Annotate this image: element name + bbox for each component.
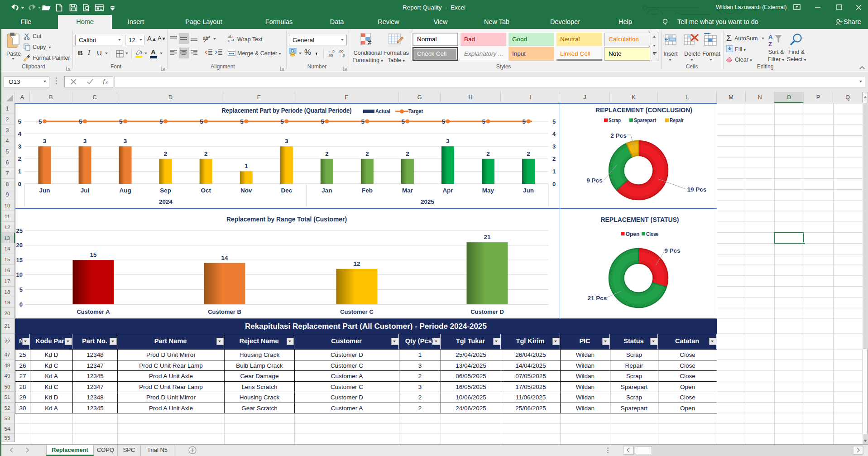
- svg-text:Z: Z: [768, 41, 772, 48]
- svg-text:1: 1: [552, 168, 556, 175]
- svg-text:5: 5: [240, 118, 244, 125]
- svg-text:5: 5: [200, 118, 203, 125]
- svg-text:Customer A: Customer A: [77, 308, 110, 315]
- svg-text:Jun: Jun: [523, 187, 534, 194]
- svg-text:5: 5: [401, 118, 405, 125]
- svg-text:5: 5: [119, 118, 123, 125]
- svg-text:15: 15: [16, 257, 23, 264]
- svg-text:c: c: [228, 38, 230, 43]
- svg-text:Oct: Oct: [201, 187, 211, 194]
- svg-text:1: 1: [245, 163, 248, 169]
- svg-text:A: A: [768, 34, 773, 40]
- svg-text:2024: 2024: [159, 198, 173, 205]
- svg-text:3: 3: [83, 138, 87, 144]
- svg-text:Target: Target: [408, 108, 423, 115]
- svg-text:Close: Close: [646, 231, 658, 237]
- svg-text:REPLACEMENT (CONCLUSION): REPLACEMENT (CONCLUSION): [595, 106, 692, 114]
- svg-text:2: 2: [18, 155, 21, 162]
- svg-text:Replacement Part by Periode (Q: Replacement Part by Periode (Quartal Per…: [222, 106, 352, 114]
- svg-text:5: 5: [38, 118, 42, 125]
- svg-text:4: 4: [552, 130, 556, 137]
- svg-text:9 Pcs: 9 Pcs: [586, 177, 602, 184]
- svg-text:14: 14: [221, 254, 228, 261]
- svg-text:2: 2: [552, 155, 556, 162]
- svg-text:5: 5: [280, 118, 284, 125]
- svg-text:Dec: Dec: [281, 187, 292, 194]
- svg-text:x: x: [105, 80, 108, 85]
- svg-text:21: 21: [484, 234, 491, 240]
- svg-text:4: 4: [18, 130, 22, 137]
- svg-text:5: 5: [552, 118, 556, 125]
- svg-text:May: May: [482, 187, 494, 194]
- svg-text:Repair: Repair: [670, 117, 684, 124]
- svg-text:Jan: Jan: [321, 187, 332, 194]
- svg-text:5: 5: [19, 286, 23, 293]
- svg-text:Actual: Actual: [375, 108, 390, 115]
- svg-text:3: 3: [124, 138, 127, 144]
- svg-text:ab: ab: [203, 35, 208, 41]
- svg-text:Feb: Feb: [362, 187, 373, 194]
- svg-text:Mar: Mar: [402, 187, 413, 194]
- svg-text:5: 5: [321, 118, 324, 125]
- svg-text:25: 25: [16, 227, 23, 234]
- svg-text:Customer C: Customer C: [340, 308, 374, 315]
- svg-text:REPLACEMENT (STATUS): REPLACEMENT (STATUS): [601, 216, 679, 223]
- svg-text:Sparepart: Sparepart: [634, 117, 657, 124]
- svg-text:2: 2: [164, 150, 168, 157]
- svg-text:2: 2: [486, 150, 490, 157]
- svg-text:Open: Open: [626, 231, 640, 237]
- svg-text:0: 0: [552, 181, 556, 187]
- svg-text:5: 5: [18, 118, 21, 125]
- svg-text:.00: .00: [338, 49, 344, 53]
- svg-text:5: 5: [482, 118, 485, 125]
- svg-text:3: 3: [285, 138, 288, 144]
- svg-text:5: 5: [159, 118, 163, 125]
- svg-text:0: 0: [18, 181, 21, 187]
- svg-text:Customer D: Customer D: [470, 308, 504, 315]
- svg-text:Nov: Nov: [240, 187, 252, 194]
- svg-text:5: 5: [361, 118, 364, 125]
- svg-text:12: 12: [353, 260, 360, 267]
- svg-text:2: 2: [527, 150, 530, 157]
- svg-text:Aug: Aug: [119, 187, 131, 194]
- svg-text:19 Pcs: 19 Pcs: [687, 186, 707, 193]
- svg-text:3: 3: [43, 138, 47, 144]
- svg-text:←.0: ←.0: [328, 49, 335, 53]
- svg-text:3: 3: [552, 143, 556, 150]
- svg-text:5: 5: [441, 118, 445, 125]
- svg-text:Jul: Jul: [81, 187, 90, 194]
- svg-text:15: 15: [90, 251, 97, 258]
- svg-text:≠: ≠: [368, 38, 372, 46]
- svg-text:Apr: Apr: [442, 187, 453, 194]
- svg-text:9 Pcs: 9 Pcs: [664, 247, 680, 254]
- svg-text:3: 3: [446, 138, 450, 144]
- svg-text:0: 0: [19, 301, 23, 308]
- svg-text:2 Pcs: 2 Pcs: [610, 132, 626, 139]
- svg-text:5: 5: [523, 118, 526, 125]
- svg-text:2: 2: [406, 150, 409, 157]
- svg-text:Jun: Jun: [39, 187, 50, 194]
- svg-text:2: 2: [204, 150, 208, 157]
- svg-text:21 Pcs: 21 Pcs: [588, 295, 607, 302]
- svg-text:1: 1: [18, 168, 21, 175]
- svg-text:5: 5: [79, 118, 82, 125]
- svg-text:Replacement by Range Total (Cu: Replacement by Range Total (Customer): [226, 215, 347, 223]
- svg-text:10: 10: [16, 271, 23, 278]
- svg-text:.00: .00: [328, 53, 333, 57]
- svg-text:20: 20: [16, 242, 23, 249]
- svg-text:2: 2: [365, 150, 369, 157]
- svg-text:Sep: Sep: [160, 187, 171, 194]
- svg-text:Customer B: Customer B: [208, 308, 241, 315]
- svg-text:2: 2: [325, 150, 329, 157]
- svg-text:2025: 2025: [421, 198, 435, 205]
- svg-text:3: 3: [18, 143, 21, 150]
- svg-text:→.0: →.0: [338, 53, 345, 57]
- svg-text:Scrap: Scrap: [609, 117, 621, 124]
